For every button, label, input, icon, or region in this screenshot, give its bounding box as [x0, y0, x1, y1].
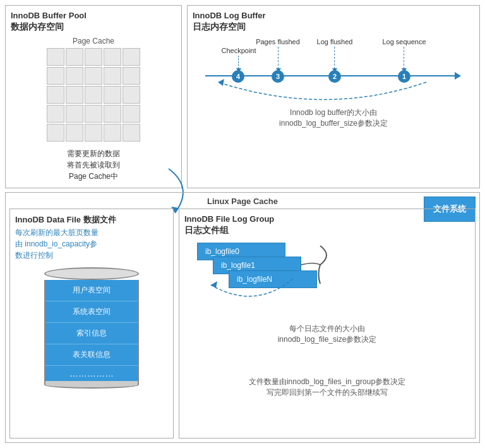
checkpoint-arrow	[238, 56, 239, 69]
main-container: InnoDB Buffer Pool 数据内存空间 Page Cache	[0, 0, 485, 448]
cyl-row-0: 用户表空间	[45, 280, 138, 301]
cyl-row-3: 表关联信息	[45, 344, 138, 366]
grid-cell	[66, 105, 83, 123]
log-buffer-desc-line1: Innodb log buffer的大小由	[290, 108, 377, 117]
grid-cell	[104, 48, 121, 66]
bottom-row: Linux Page Cache 文件系统 InnoDB Data File 数…	[5, 192, 480, 443]
grid-cell	[123, 48, 140, 66]
buffer-pool-desc: 需要更新的数据 将首先被读取到 Page Cache中	[11, 148, 176, 182]
data-file-panel: InnoDB Data File 数据文件 每次刷新的最大脏页数量 由 inno…	[9, 209, 174, 439]
grid-cell	[104, 86, 121, 104]
grid-cell	[85, 48, 102, 66]
timeline-arrowhead	[455, 72, 461, 80]
grid-cell	[85, 124, 102, 142]
page-cache-grid	[47, 48, 140, 142]
cyl-row-1: 系统表空间	[45, 301, 138, 323]
log-buffer-panel: InnoDB Log Buffer 日志内存空间 Pages flushed L…	[187, 5, 480, 188]
bottom-inner: InnoDB Data File 数据文件 每次刷新的最大脏页数量 由 inno…	[9, 209, 476, 439]
grid-cell	[47, 48, 64, 66]
grid-cell	[123, 86, 140, 104]
data-file-desc: 每次刷新的最大脏页数量 由 innodb_io_capacity参 数进行控制	[15, 227, 168, 261]
buffer-pool-panel: InnoDB Buffer Pool 数据内存空间 Page Cache	[5, 5, 182, 188]
grid-cell	[66, 67, 83, 85]
grid-cell	[66, 48, 83, 66]
data-file-title: InnoDB Data File 数据文件	[15, 214, 168, 226]
log-buffer-desc: Innodb log buffer的大小由 innodb_log_buffer_…	[193, 107, 474, 129]
cyl-row-2: 索引信息	[45, 323, 138, 344]
log-buffer-desc-line2: innodb_log_buffer_size参数决定	[279, 119, 388, 128]
buffer-pool-subtitle: 数据内存空间	[11, 21, 176, 33]
svg-marker-1	[218, 79, 224, 86]
cylinder-top	[44, 267, 139, 280]
file-log-desc2: 文件数量由innodb_log_files_in_group参数决定 写完即回到…	[184, 377, 470, 398]
pages-flushed-arrow	[278, 47, 278, 69]
grid-cell	[66, 124, 83, 142]
checkpoint-label: Checkpoint	[217, 47, 261, 54]
buffer-pool-desc-line1: 需要更新的数据	[67, 149, 120, 158]
page-cache-label: Page Cache	[11, 37, 176, 45]
buffer-pool-title: InnoDB Buffer Pool	[11, 11, 176, 20]
grid-cell	[104, 124, 121, 142]
grid-cell	[123, 67, 140, 85]
grid-cell	[123, 105, 140, 123]
grid-cell	[47, 105, 64, 123]
log-flushed-label: Log flushed	[316, 38, 354, 45]
log-buffer-subtitle: 日志内存空间	[193, 21, 474, 33]
log-sequence-label: Log sequence	[379, 38, 429, 45]
grid-cell	[104, 67, 121, 85]
cylinder-body: 用户表空间 系统表空间 索引信息 表关联信息 ……………	[44, 280, 139, 381]
grid-cell	[85, 105, 102, 123]
top-row: InnoDB Buffer Pool 数据内存空间 Page Cache	[5, 5, 480, 188]
cyl-row-dots: ……………	[45, 366, 138, 381]
linux-page-cache-label: Linux Page Cache	[9, 197, 476, 206]
file-log-panel: InnoDB File Log Group 日志文件组 ib_logfile0 …	[179, 209, 476, 439]
grid-cell	[47, 86, 64, 104]
file-log-subtitle: 日志文件组	[184, 225, 470, 236]
pages-flushed-label: Pages flushed	[256, 38, 300, 45]
log-buffer-title: InnoDB Log Buffer	[193, 11, 474, 20]
grid-cell	[47, 67, 64, 85]
cylinder: 用户表空间 系统表空间 索引信息 表关联信息 ……………	[44, 267, 139, 389]
grid-cell	[66, 86, 83, 104]
logfile-loop-arrow	[205, 272, 331, 323]
data-file-desc1: 每次刷新的最大脏页数量	[15, 228, 99, 237]
grid-cell	[85, 67, 102, 85]
buffer-pool-desc-line2: 将首先被读取到	[67, 160, 120, 169]
svg-marker-2	[211, 281, 217, 288]
file-log-desc: 每个日志文件的大小由 innodb_log_file_size参数决定 文件数量…	[184, 324, 470, 398]
timeline-area: Pages flushed Log flushed Checkpoint	[193, 38, 474, 139]
data-file-desc3: 数进行控制	[15, 251, 53, 260]
grid-cell	[123, 124, 140, 142]
log-sequence-arrow	[404, 47, 404, 69]
data-file-desc2: 由 innodb_io_capacity参	[15, 239, 97, 248]
log-flushed-arrow	[334, 47, 335, 69]
file-log-desc1: 每个日志文件的大小由 innodb_log_file_size参数决定	[184, 324, 470, 345]
file-log-title: InnoDB File Log Group	[184, 214, 470, 224]
cylinder-bottom	[44, 381, 139, 389]
grid-cell	[104, 105, 121, 123]
buffer-pool-desc-line3: Page Cache中	[69, 172, 118, 181]
grid-cell	[85, 86, 102, 104]
grid-cell	[47, 124, 64, 142]
